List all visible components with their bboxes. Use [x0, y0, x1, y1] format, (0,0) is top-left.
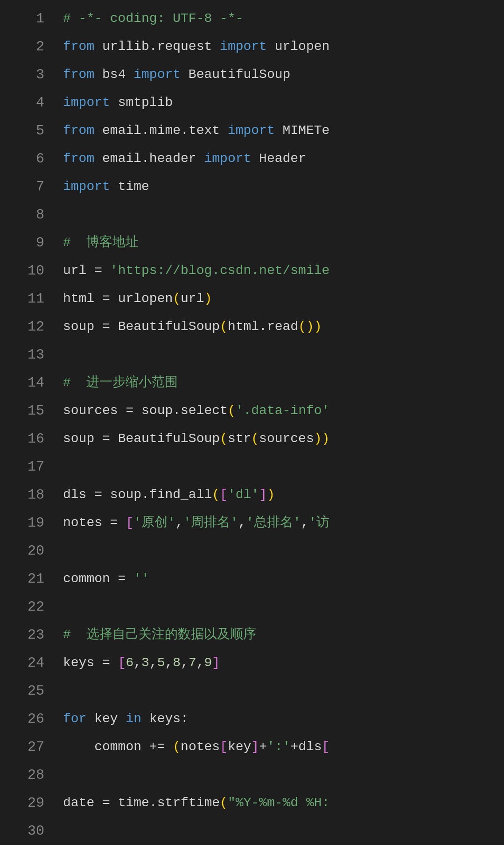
code-line-21: common = '' — [63, 565, 504, 593]
code-line-3: from bs4 import BeautifulSoup — [63, 61, 504, 89]
code-line-9: # 博客地址 — [63, 229, 504, 257]
code-line-5: from email.mime.text import MIMETe — [63, 117, 504, 145]
code-line-13 — [63, 341, 504, 369]
line-num-10: 10 — [0, 257, 44, 285]
line-num-15: 15 — [0, 397, 44, 425]
code-line-22 — [63, 593, 504, 621]
code-line-1: # -*- coding: UTF-8 -*- — [63, 5, 504, 33]
line-num-29: 29 — [0, 789, 44, 817]
line-num-17: 17 — [0, 453, 44, 481]
line-num-5: 5 — [0, 117, 44, 145]
code-line-27: common += (notes[key]+':'+dls[ — [63, 733, 504, 761]
code-line-16: soup = BeautifulSoup(str(sources)) — [63, 425, 504, 453]
code-line-30 — [63, 817, 504, 845]
code-line-24: keys = [6,3,5,8,7,9] — [63, 649, 504, 677]
code-line-4: import smtplib — [63, 89, 504, 117]
line-num-24: 24 — [0, 649, 44, 677]
code-line-17 — [63, 453, 504, 481]
line-number-gutter: 1 2 3 4 5 6 7 8 9 10 11 12 13 14 15 16 1… — [0, 0, 54, 845]
line-num-12: 12 — [0, 313, 44, 341]
line-num-4: 4 — [0, 89, 44, 117]
code-line-25 — [63, 677, 504, 705]
code-line-2: from urllib.request import urlopen — [63, 33, 504, 61]
line-num-20: 20 — [0, 537, 44, 565]
line-num-21: 21 — [0, 565, 44, 593]
line-num-14: 14 — [0, 369, 44, 397]
line-num-23: 23 — [0, 621, 44, 649]
code-line-20 — [63, 537, 504, 565]
line-num-19: 19 — [0, 509, 44, 537]
code-line-10: url = 'https://blog.csdn.net/smile — [63, 257, 504, 285]
code-line-29: date = time.strftime("%Y-%m-%d %H: — [63, 789, 504, 817]
code-line-19: notes = ['原创','周排名','总排名','访 — [63, 509, 504, 537]
line-num-1: 1 — [0, 5, 44, 33]
line-num-30: 30 — [0, 817, 44, 845]
line-num-7: 7 — [0, 173, 44, 201]
code-line-7: import time — [63, 173, 504, 201]
line-num-9: 9 — [0, 229, 44, 257]
line-num-3: 3 — [0, 61, 44, 89]
code-line-23: # 选择自己关注的数据以及顺序 — [63, 621, 504, 649]
code-line-11: html = urlopen(url) — [63, 285, 504, 313]
code-line-8 — [63, 201, 504, 229]
line-num-25: 25 — [0, 677, 44, 705]
line-num-27: 27 — [0, 733, 44, 761]
code-line-28 — [63, 761, 504, 789]
code-line-26: for key in keys: — [63, 705, 504, 733]
line-num-16: 16 — [0, 425, 44, 453]
line-num-2: 2 — [0, 33, 44, 61]
line-num-8: 8 — [0, 201, 44, 229]
line-num-22: 22 — [0, 593, 44, 621]
code-area: # -*- coding: UTF-8 -*- from urllib.requ… — [54, 0, 504, 845]
code-line-6: from email.header import Header — [63, 145, 504, 173]
code-line-12: soup = BeautifulSoup(html.read()) — [63, 313, 504, 341]
code-editor: 1 2 3 4 5 6 7 8 9 10 11 12 13 14 15 16 1… — [0, 0, 504, 845]
code-line-14: # 进一步缩小范围 — [63, 369, 504, 397]
line-num-6: 6 — [0, 145, 44, 173]
line-num-11: 11 — [0, 285, 44, 313]
code-line-18: dls = soup.find_all(['dl']) — [63, 481, 504, 509]
line-num-13: 13 — [0, 341, 44, 369]
line-num-28: 28 — [0, 761, 44, 789]
line-num-26: 26 — [0, 705, 44, 733]
line-num-18: 18 — [0, 481, 44, 509]
code-line-15: sources = soup.select('.data-info' — [63, 397, 504, 425]
